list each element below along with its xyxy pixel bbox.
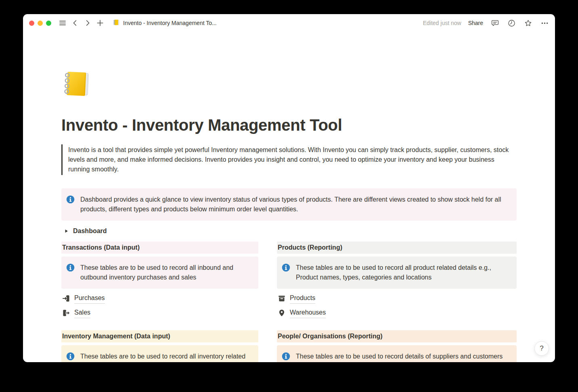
products-callout: These tables are to be used to record al… (277, 256, 517, 289)
toggle-triangle-icon[interactable] (61, 226, 71, 236)
archive-box-icon (278, 294, 286, 302)
products-heading: Products (Reporting) (277, 242, 517, 254)
info-icon (282, 263, 290, 272)
location-pin-icon (278, 309, 286, 317)
page-link-label[interactable]: Sales (74, 308, 90, 318)
people-callout: These tables are to be used to record de… (277, 345, 517, 362)
columns-row-2: Inventory Management (Data input) These … (61, 330, 517, 362)
export-arrow-icon (62, 309, 70, 317)
import-arrow-icon (62, 294, 70, 302)
page-title[interactable]: Invento - Inventory Management Tool (61, 115, 517, 135)
notebook-tab-icon (113, 19, 120, 27)
tab-title: Invento - Inventory Management To... (123, 20, 217, 26)
close-window-button[interactable] (29, 21, 34, 26)
history-clock-icon[interactable] (507, 18, 516, 28)
columns-row-1: Transactions (Data input) These tables a… (61, 242, 517, 319)
page-content: Invento - Inventory Management Tool Inve… (61, 69, 517, 362)
inventory-heading: Inventory Management (Data input) (61, 330, 258, 342)
info-icon (66, 352, 75, 361)
zoom-window-button[interactable] (46, 21, 51, 26)
help-button[interactable]: ? (534, 341, 549, 356)
desktop-background: { "titlebar": { "tab_title": "Invento - … (0, 0, 578, 392)
more-options-icon[interactable] (540, 18, 549, 28)
products-column: Products (Reporting) These tables are to… (277, 242, 517, 319)
notion-app-window: Invento - Inventory Management To... Edi… (23, 14, 555, 362)
page-link-sales[interactable]: Sales (61, 307, 258, 319)
comments-icon[interactable] (490, 18, 500, 28)
transactions-column: Transactions (Data input) These tables a… (61, 242, 258, 319)
current-tab[interactable]: Invento - Inventory Management To... (113, 19, 217, 27)
page-link-label[interactable]: Purchases (74, 293, 105, 304)
back-icon[interactable] (70, 18, 80, 28)
page-link-purchases[interactable]: Purchases (61, 292, 258, 305)
transactions-callout: These tables are to be used to record al… (61, 256, 258, 289)
page-link-products[interactable]: Products (277, 292, 517, 305)
window-controls (29, 21, 51, 26)
info-icon (66, 195, 75, 204)
transactions-callout-text: These tables are to be used to record al… (80, 263, 252, 282)
inventory-callout-text: These tables are to be used to record al… (80, 352, 252, 362)
sidebar-menu-icon[interactable] (58, 18, 67, 28)
info-icon (66, 263, 75, 272)
new-tab-icon[interactable] (95, 18, 105, 28)
products-callout-text: These tables are to be used to record al… (296, 263, 510, 282)
page-link-warehouses[interactable]: Warehouses (277, 307, 517, 319)
titlebar-actions: Edited just now Share (423, 18, 549, 28)
nav-buttons (58, 18, 105, 28)
dashboard-toggle-label: Dashboard (73, 227, 107, 235)
titlebar: Invento - Inventory Management To... Edi… (23, 14, 555, 32)
people-column: People/ Organisations (Reporting) These … (277, 330, 517, 362)
forward-icon[interactable] (83, 18, 92, 28)
inventory-column: Inventory Management (Data input) These … (61, 330, 258, 362)
people-callout-text: These tables are to be used to record de… (296, 352, 503, 361)
dashboard-callout-text: Dashboard provides a quick glance to vie… (80, 195, 510, 214)
transactions-heading: Transactions (Data input) (61, 242, 258, 254)
dashboard-toggle[interactable]: Dashboard (61, 225, 517, 237)
dashboard-callout: Dashboard provides a quick glance to vie… (61, 188, 517, 221)
page-notebook-icon[interactable] (61, 69, 94, 101)
people-heading: People/ Organisations (Reporting) (277, 330, 517, 342)
page-scroll-area[interactable]: Invento - Inventory Management Tool Inve… (23, 32, 555, 362)
minimize-window-button[interactable] (38, 21, 43, 26)
edited-status: Edited just now (423, 20, 461, 26)
info-icon (282, 352, 290, 361)
favorite-star-icon[interactable] (523, 18, 533, 28)
share-button[interactable]: Share (468, 20, 483, 26)
inventory-callout: These tables are to be used to record al… (61, 345, 258, 362)
intro-quote-block: Invento is a tool that provides simple y… (61, 144, 510, 175)
page-link-label[interactable]: Products (290, 293, 315, 304)
page-link-label[interactable]: Warehouses (290, 308, 326, 318)
